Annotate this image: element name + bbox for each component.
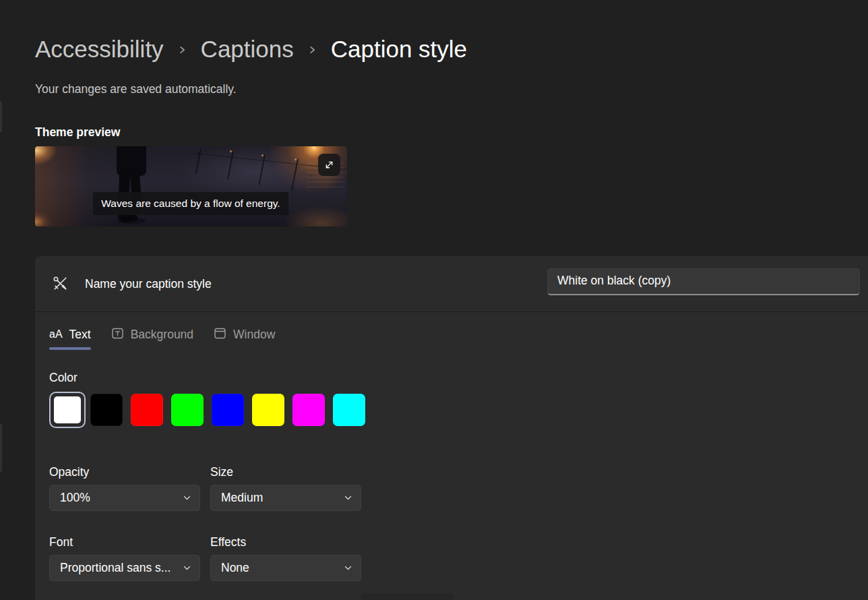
- active-tab-underline: [49, 347, 91, 350]
- dropdown-value: Medium: [221, 491, 338, 505]
- dropdown-value: None: [221, 561, 338, 575]
- field-size: SizeMedium: [210, 465, 361, 511]
- dropdown-font[interactable]: Proportional sans s...: [49, 555, 200, 581]
- theme-preview-media: Waves are caused by a flow of energy.: [35, 146, 347, 227]
- breadcrumb-item-captions[interactable]: Captions: [201, 36, 294, 63]
- color-swatch-green[interactable]: [171, 394, 204, 426]
- tab-text[interactable]: aAText: [49, 321, 91, 348]
- color-swatch-yellow[interactable]: [252, 394, 284, 426]
- partial-element-below: [361, 593, 454, 600]
- tab-window[interactable]: Window: [214, 321, 275, 348]
- window-icon: [214, 327, 226, 342]
- color-swatch-cyan[interactable]: [333, 394, 365, 426]
- dropdown-effects[interactable]: None: [210, 555, 361, 581]
- chevron-down-icon: [344, 564, 352, 572]
- field-label-size: Size: [210, 465, 361, 479]
- breadcrumb-item-accessibility[interactable]: Accessibility: [35, 36, 164, 63]
- tab-strip: aATextBackgroundWindow: [49, 321, 295, 348]
- chevron-down-icon: [183, 493, 191, 502]
- expand-preview-button[interactable]: [318, 154, 340, 176]
- breadcrumb: AccessibilityCaptionsCaption style: [35, 36, 467, 63]
- breadcrumb-chevron-icon: [178, 44, 187, 55]
- chevron-down-icon: [344, 493, 352, 502]
- card-divider: [35, 311, 868, 312]
- field-label-font: Font: [49, 535, 200, 549]
- text-size-icon: aA: [49, 328, 63, 340]
- field-label-effects: Effects: [210, 535, 361, 549]
- color-section-label: Color: [49, 371, 78, 385]
- nav-edge-mark-bottom: [0, 423, 2, 472]
- field-opacity: Opacity100%: [49, 465, 200, 511]
- color-swatch-white-selected[interactable]: [49, 392, 86, 428]
- dropdown-value: 100%: [60, 491, 177, 505]
- breadcrumb-item-caption-style: Caption style: [331, 36, 467, 63]
- color-swatches: [49, 392, 373, 428]
- field-effects: EffectsNone: [210, 535, 361, 581]
- background-letter-icon: [111, 327, 124, 342]
- field-label-opacity: Opacity: [49, 465, 200, 479]
- page-subtitle: Your changes are saved automatically.: [35, 82, 237, 96]
- caption-style-edit-icon: [51, 274, 69, 293]
- tab-background[interactable]: Background: [111, 321, 193, 348]
- breadcrumb-chevron-icon: [308, 44, 317, 55]
- caption-style-name-input[interactable]: [547, 268, 860, 295]
- expand-diagonal-icon: [324, 160, 334, 170]
- dropdown-size[interactable]: Medium: [210, 485, 361, 511]
- caption-style-card: Name your caption style aATextBackground…: [35, 256, 868, 600]
- name-row: Name your caption style: [35, 256, 868, 311]
- theme-preview-heading: Theme preview: [35, 125, 120, 140]
- color-swatch-magenta[interactable]: [292, 394, 325, 426]
- caption-preview-bar: Waves are caused by a flow of energy.: [93, 192, 288, 215]
- caption-preview-text: Waves are caused by a flow of energy.: [101, 198, 280, 210]
- chevron-down-icon: [183, 564, 191, 572]
- color-swatch-fill: [54, 396, 81, 423]
- color-swatch-black[interactable]: [90, 394, 123, 426]
- name-row-label: Name your caption style: [85, 277, 212, 291]
- dropdown-value: Proportional sans s...: [60, 561, 177, 575]
- color-swatch-red[interactable]: [131, 394, 163, 426]
- dropdown-opacity[interactable]: 100%: [49, 485, 200, 511]
- field-font: FontProportional sans s...: [49, 535, 200, 581]
- color-swatch-blue[interactable]: [212, 394, 244, 426]
- nav-edge-mark-top: [0, 101, 2, 132]
